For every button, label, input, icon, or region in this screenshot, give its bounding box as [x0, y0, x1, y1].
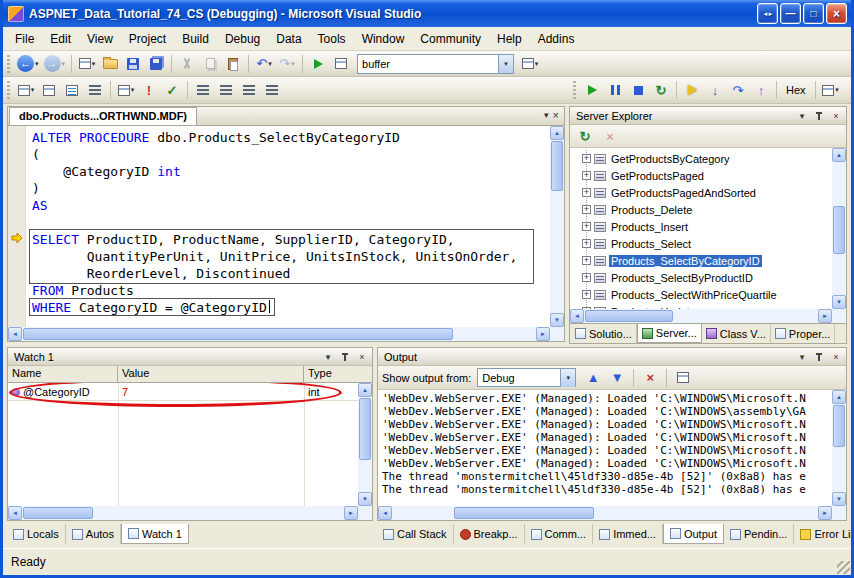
show-diagram-pane-button[interactable]: ▾	[15, 79, 37, 101]
tab-class-v[interactable]: Class V...	[702, 324, 771, 343]
menu-addins[interactable]: Addins	[530, 29, 583, 49]
tab-pendin[interactable]: Pendin...	[724, 524, 794, 544]
tab-solutio[interactable]: Solutio...	[571, 324, 637, 343]
undo-button[interactable]: ↶▾	[253, 53, 275, 75]
toolbar-grip[interactable]	[7, 55, 10, 73]
run-query-button[interactable]: !	[138, 79, 160, 101]
break-all-button[interactable]	[604, 79, 626, 101]
restart-button[interactable]: ↻	[650, 79, 672, 101]
open-file-button[interactable]	[99, 53, 121, 75]
editor-vscrollbar[interactable]: ▲▼	[550, 126, 564, 327]
left-scroll-button[interactable]: ◄	[378, 506, 392, 520]
watch-vscrollbar[interactable]: ▲▼	[358, 383, 372, 506]
document-list-button[interactable]: ▾	[544, 111, 549, 120]
continue-button[interactable]	[307, 53, 329, 75]
tree-item-products-selectbycategoryid[interactable]: +Products_SelectByCategoryID	[570, 252, 832, 269]
down-scroll-button[interactable]: ▼	[832, 295, 846, 309]
save-all-button[interactable]	[145, 53, 167, 75]
tree-item-products-select[interactable]: +Products_Select	[570, 235, 832, 252]
tab-immed[interactable]: Immed...	[593, 524, 663, 544]
tab-output[interactable]: Output	[663, 524, 724, 544]
menu-project[interactable]: Project	[121, 29, 174, 49]
nav-forward-button[interactable]: →▾	[42, 53, 68, 75]
indent-button[interactable]	[192, 79, 214, 101]
tab-server[interactable]: Server...	[637, 324, 702, 343]
document-tab[interactable]: dbo.Products...ORTHWND.MDF)	[9, 107, 197, 125]
output-hscrollbar[interactable]: ◄►	[378, 506, 832, 520]
verify-sql-button[interactable]: ✓	[161, 79, 183, 101]
tab-call-stack[interactable]: Call Stack	[377, 524, 454, 544]
continue-debug-button[interactable]	[581, 79, 603, 101]
watch-row[interactable]: @CategoryID7int	[8, 383, 358, 401]
right-scroll-button[interactable]: ►	[344, 506, 358, 520]
close-panel-button[interactable]: ×	[355, 350, 369, 363]
toolbar-grip[interactable]	[573, 81, 576, 99]
expand-icon[interactable]: +	[582, 256, 591, 265]
expand-icon[interactable]: +	[582, 205, 591, 214]
find-button[interactable]: ▾	[519, 53, 541, 75]
menu-help[interactable]: Help	[489, 29, 530, 49]
watch-hscrollbar[interactable]: ◄►	[8, 506, 358, 520]
stop-refresh-button[interactable]: ×	[599, 125, 621, 147]
tree-item-getproductsbycategory[interactable]: +GetProductsByCategory	[570, 150, 832, 167]
minimize-button[interactable]: —	[780, 3, 801, 24]
close-document-button[interactable]: ×	[553, 110, 559, 121]
close-button[interactable]: ×	[826, 3, 847, 24]
menu-view[interactable]: View	[79, 29, 121, 49]
show-sql-pane-button[interactable]	[61, 79, 83, 101]
nav-back-button[interactable]: ←▾	[15, 53, 41, 75]
save-button[interactable]	[122, 53, 144, 75]
paste-button[interactable]	[222, 53, 244, 75]
up-scroll-button[interactable]: ▲	[832, 148, 846, 162]
stop-debugging-button[interactable]	[627, 79, 649, 101]
window-position-button[interactable]: ▾	[795, 350, 809, 363]
step-over-button[interactable]: ↷	[727, 79, 749, 101]
tree-item-products-selectbyproductid[interactable]: +Products_SelectByProductID	[570, 269, 832, 286]
right-scroll-button[interactable]: ►	[818, 506, 832, 520]
menu-window[interactable]: Window	[354, 29, 413, 49]
tree-item-getproductspaged[interactable]: +GetProductsPaged	[570, 167, 832, 184]
output-text-area[interactable]: 'WebDev.WebServer.EXE' (Managed): Loaded…	[378, 390, 846, 520]
toolbar-grip[interactable]	[7, 81, 10, 99]
left-scroll-button[interactable]: ◄	[570, 309, 584, 323]
show-results-pane-button[interactable]	[84, 79, 106, 101]
tree-item-getproductspagedandsorted[interactable]: +GetProductsPagedAndSorted	[570, 184, 832, 201]
right-scroll-button[interactable]: ►	[536, 327, 550, 341]
down-scroll-button[interactable]: ▼	[832, 492, 846, 506]
left-scroll-button[interactable]: ◄	[8, 327, 22, 341]
scroll-thumb[interactable]	[833, 206, 845, 254]
menu-community[interactable]: Community	[412, 29, 489, 49]
column-header-type[interactable]: Type	[304, 366, 372, 383]
show-grid-pane-button[interactable]	[38, 79, 60, 101]
up-scroll-button[interactable]: ▲	[550, 126, 564, 140]
tab-locals[interactable]: Locals	[7, 524, 66, 544]
scroll-thumb[interactable]	[23, 507, 93, 519]
window-list-button[interactable]: ▾	[76, 53, 98, 75]
scroll-thumb[interactable]	[454, 507, 594, 519]
redo-button[interactable]: ↷▾	[276, 53, 298, 75]
scroll-thumb[interactable]	[23, 328, 453, 340]
output-source-dropdown[interactable]: ▾	[560, 369, 575, 387]
tab-error-list[interactable]: Error List	[794, 524, 854, 544]
show-next-statement-button[interactable]	[681, 79, 703, 101]
tab-comm[interactable]: Comm...	[525, 524, 594, 544]
auto-hide-button[interactable]	[812, 109, 826, 122]
expand-icon[interactable]: +	[582, 222, 591, 231]
hex-button[interactable]: Hex	[781, 79, 811, 101]
menu-tools[interactable]: Tools	[310, 29, 354, 49]
cut-button[interactable]	[176, 53, 198, 75]
refresh-button[interactable]: ↻	[574, 125, 596, 147]
change-type-button[interactable]: ▾	[115, 79, 137, 101]
tree-item-products-insert[interactable]: +Products_Insert	[570, 218, 832, 235]
clear-all-button[interactable]: ×	[639, 367, 661, 389]
resize-grip[interactable]	[837, 561, 850, 574]
auto-hide-button[interactable]	[812, 350, 826, 363]
toolbar-options-button[interactable]: ◄►	[757, 3, 778, 24]
column-header-value[interactable]: Value	[118, 366, 304, 383]
close-panel-button[interactable]: ×	[829, 350, 843, 363]
comment-button[interactable]	[238, 79, 260, 101]
expand-icon[interactable]: +	[582, 188, 591, 197]
scroll-thumb[interactable]	[585, 310, 673, 322]
outdent-button[interactable]	[215, 79, 237, 101]
auto-hide-button[interactable]	[338, 350, 352, 363]
